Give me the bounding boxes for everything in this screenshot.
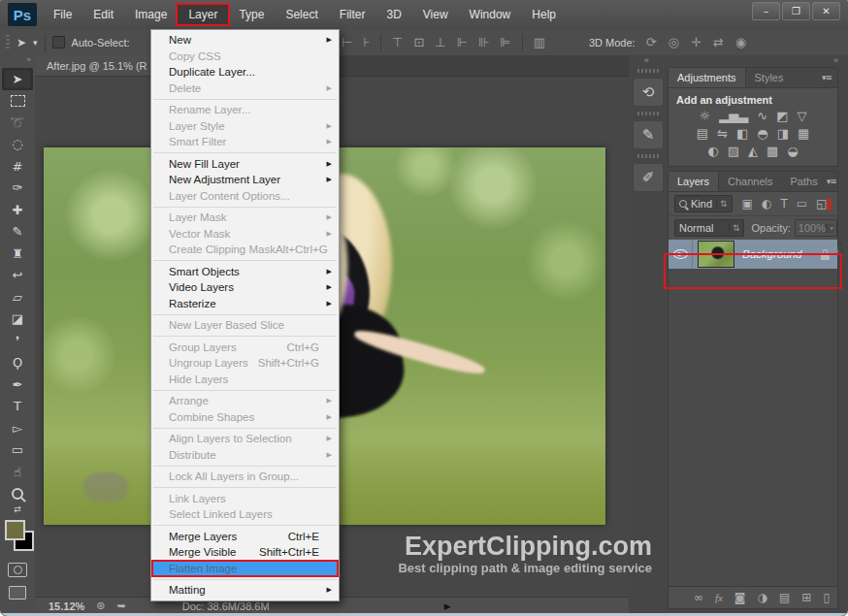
menu-view[interactable]: View [412,4,459,25]
eyedropper-tool[interactable]: ✑ [2,178,33,200]
document-tab[interactable]: After.jpg @ 15.1% (R [35,55,160,76]
status-flyout-arrow-icon[interactable]: ▶ [444,601,451,611]
align-bottom-edges-icon[interactable]: ⊥ [435,35,445,49]
menu-edit[interactable]: Edit [82,4,124,25]
distribute-left-icon[interactable]: ⊩ [457,35,468,49]
menu-layer[interactable]: Layer [178,4,228,25]
panel-menu-icon[interactable]: ▾≡ [827,177,836,186]
options-grip[interactable] [6,35,10,50]
menu-3d[interactable]: 3D [375,4,411,25]
menu-file[interactable]: File [43,4,82,25]
rectangular-marquee-tool[interactable] [2,90,33,113]
distribute-center-icon[interactable]: ⊪ [478,35,489,49]
eye-icon[interactable] [673,249,688,259]
dodge-tool[interactable]: Ϙ [2,352,33,374]
layer-menu-item-new-fill-layer[interactable]: New Fill Layer▶ [151,156,339,173]
layer-menu-item-copy-css[interactable]: Copy CSS [151,49,339,65]
auto-select-checkbox[interactable] [52,36,65,49]
layer-menu-item-duplicate-layer[interactable]: Duplicate Layer... [151,64,339,81]
kind-filter-pixel-icon[interactable]: ▣ [742,197,753,211]
layer-menu-item-merge-visible[interactable]: Merge VisibleShift+Ctrl+E [151,544,339,561]
visibility-cell[interactable] [669,240,693,269]
history-brush-tool[interactable]: ↩ [2,265,33,287]
kind-filter-adjustment-icon[interactable]: ◐ [762,197,771,211]
filter-toggle-switch[interactable] [827,198,832,211]
align-left-edges-icon[interactable]: ⊢ [342,35,352,49]
exposure-icon[interactable]: ◩ [776,110,788,123]
close-button[interactable]: ✕ [812,2,840,20]
status-preview-icon[interactable]: ⊛ [96,600,105,612]
menu-select[interactable]: Select [275,4,328,25]
menu-type[interactable]: Type [228,4,275,25]
blur-tool[interactable]: ❜ [2,330,33,352]
layer-menu-item-matting[interactable]: Matting▶ [151,582,339,599]
lasso-tool[interactable]: ➰ [2,112,33,134]
layer-menu-item-ungroup-layers[interactable]: Ungroup LayersShift+Ctrl+G [151,355,339,372]
zoom-level-field[interactable]: 15.12% [49,600,84,612]
layer-menu-item-group-layers[interactable]: Group LayersCtrl+G [151,340,339,356]
path-selection-tool[interactable]: ▻ [2,417,33,439]
opacity-field[interactable]: 100% ▾ [795,219,837,237]
3d-drag-icon[interactable]: ✛ [691,35,701,49]
posterize-icon[interactable]: ▨ [728,145,739,158]
layer-menu-item-rasterize[interactable]: Rasterize▶ [151,296,339,312]
blend-mode-select[interactable]: Normal ⇅ [674,219,744,237]
3d-zoom-icon[interactable]: ◉ [735,35,746,49]
color-balance-icon[interactable]: ⇋ [717,127,728,141]
layer-menu-item-flatten-image[interactable]: Flatten Image [151,561,339,577]
layer-menu-item-new[interactable]: New▶ [151,32,339,49]
gradient-tool[interactable]: ◪ [2,308,33,331]
layer-menu-item-lock-all-layers-in-group[interactable]: Lock All Layers in Group... [151,469,339,485]
tab-layers[interactable]: Layers [669,172,719,191]
kind-filter-shape-icon[interactable]: ▭ [797,197,807,211]
3d-rotate-icon[interactable]: ⟳ [646,35,657,49]
menu-image[interactable]: Image [124,4,178,25]
layer-menu-item-layer-mask[interactable]: Layer Mask▶ [151,210,339,226]
layer-menu-item-video-layers[interactable]: Video Layers▶ [151,279,339,296]
kind-filter-type-icon[interactable]: T [780,197,787,211]
kind-filter-smart-object-icon[interactable]: ◱ [816,197,827,211]
layer-menu-item-vector-mask[interactable]: Vector Mask▶ [151,226,339,243]
align-vertical-centers-icon[interactable]: ⊡ [413,35,424,49]
photo-filter-icon[interactable]: ◓ [757,127,767,141]
color-lookup-icon[interactable]: ▦ [798,127,809,141]
kind-filter-select[interactable]: Kind ⇅ [674,195,733,212]
layer-menu-item-rename-layer[interactable]: Rename Layer... [151,102,339,118]
screen-mode-button[interactable] [9,586,26,600]
menu-help[interactable]: Help [521,4,567,25]
layer-menu-item-hide-layers[interactable]: Hide Layers [151,372,339,388]
invert-icon[interactable]: ◐ [707,145,718,158]
layer-style-icon[interactable]: fx [715,592,723,603]
add-layer-mask-icon[interactable]: ◙ [734,591,746,604]
delete-layer-icon[interactable]: ▯ [823,591,830,604]
restore-button[interactable]: ❐ [782,2,810,20]
3d-roll-icon[interactable]: ◎ [669,35,679,49]
layer-menu-item-align-layers-to-selection[interactable]: Align Layers to Selection▶ [151,431,339,447]
layer-name[interactable]: Background [742,248,801,260]
black-white-icon[interactable]: ◧ [736,127,748,141]
threshold-icon[interactable]: ◭ [748,145,758,158]
tool-presets-panel-icon[interactable]: ✐ [633,163,664,192]
swap-colors-icon[interactable]: ⇄ [0,504,35,514]
zoom-tool[interactable] [2,483,33,505]
curves-icon[interactable]: ∿ [757,110,767,123]
levels-icon[interactable]: ▂▅▃ [719,110,748,123]
layer-menu-item-arrange[interactable]: Arrange▶ [151,393,339,409]
align-horizontal-centers-icon[interactable]: ⊦ [363,35,370,49]
tab-channels[interactable]: Channels [719,172,781,191]
gradient-map-icon[interactable]: ▩ [766,145,778,158]
auto-align-layers-icon[interactable]: ▥ [534,35,545,49]
brightness-contrast-icon[interactable]: ☼ [700,110,711,123]
align-top-edges-icon[interactable]: ⊤ [392,35,403,49]
layer-menu-item-select-linked-layers[interactable]: Select Linked Layers [151,506,339,523]
layer-menu-item-merge-layers[interactable]: Merge LayersCtrl+E [151,529,339,545]
eraser-tool[interactable]: ▱ [2,286,33,308]
quick-selection-tool[interactable]: ◌ [2,134,33,156]
tab-adjustments[interactable]: Adjustments [669,68,746,87]
layer-menu-item-new-layer-based-slice[interactable]: New Layer Based Slice [151,317,339,334]
move-tool[interactable]: ➤ [2,68,33,90]
brush-tool[interactable]: ✎ [2,221,33,243]
channel-mixer-icon[interactable]: ◨ [777,127,789,141]
hand-tool[interactable]: ☝ [2,461,33,483]
layer-menu-item-smart-filter[interactable]: Smart Filter▶ [151,134,339,150]
